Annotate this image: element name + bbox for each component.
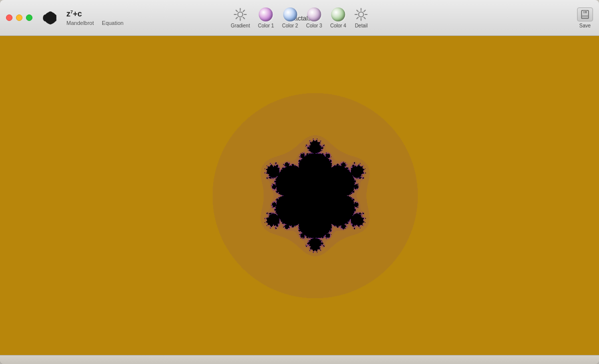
detail-gear-icon xyxy=(354,7,368,21)
main-window: z7+c Mandelbrot Equation Fractals xyxy=(0,0,599,364)
detail-label: Detail xyxy=(355,23,368,28)
detail-button[interactable]: Detail xyxy=(351,5,371,30)
titlebar: z7+c Mandelbrot Equation Fractals xyxy=(0,0,599,36)
color4-ball xyxy=(331,7,345,21)
svg-point-4 xyxy=(53,14,56,17)
gradient-gear-icon xyxy=(233,7,247,21)
save-icon xyxy=(580,9,590,19)
save-button[interactable]: Save xyxy=(577,7,593,28)
equation-label[interactable]: Equation xyxy=(102,20,123,26)
color1-ball xyxy=(259,7,273,21)
toolbar-center: Gradient Color 1 Color 2 Color 3 Color 4 xyxy=(228,5,371,30)
svg-rect-27 xyxy=(586,11,587,13)
svg-line-21 xyxy=(364,17,365,18)
toolbar-left: z7+c Mandelbrot Equation xyxy=(42,9,123,27)
color2-ball xyxy=(283,7,297,21)
svg-point-5 xyxy=(53,18,56,21)
svg-line-22 xyxy=(364,10,365,11)
mandelbrot-icon xyxy=(42,9,60,27)
svg-point-6 xyxy=(238,12,243,17)
color4-label: Color 4 xyxy=(330,23,346,28)
svg-line-14 xyxy=(236,17,238,18)
svg-point-3 xyxy=(48,19,53,24)
color3-label: Color 3 xyxy=(306,23,322,28)
color4-button[interactable]: Color 4 xyxy=(327,5,349,30)
traffic-lights xyxy=(6,14,32,21)
maximize-button[interactable] xyxy=(26,14,32,21)
svg-point-15 xyxy=(359,12,364,17)
close-button[interactable] xyxy=(6,14,12,21)
svg-line-20 xyxy=(357,10,358,11)
svg-line-11 xyxy=(236,10,238,11)
mandelbrot-label[interactable]: Mandelbrot xyxy=(66,20,94,26)
color1-label: Color 1 xyxy=(258,23,274,28)
color1-button[interactable]: Color 1 xyxy=(255,5,277,30)
toolbar-text: z7+c Mandelbrot Equation xyxy=(66,9,123,25)
minimize-button[interactable] xyxy=(16,14,22,21)
svg-line-13 xyxy=(243,10,245,11)
svg-line-12 xyxy=(243,17,245,18)
svg-point-2 xyxy=(48,11,53,16)
color3-button[interactable]: Color 3 xyxy=(303,5,325,30)
statusbar xyxy=(0,355,599,364)
svg-line-23 xyxy=(357,17,358,18)
save-icon-box xyxy=(577,7,593,21)
svg-point-1 xyxy=(43,14,48,21)
gradient-button[interactable]: Gradient xyxy=(228,5,253,30)
color2-label: Color 2 xyxy=(282,23,298,28)
fractal-canvas-area[interactable] xyxy=(0,36,599,355)
svg-rect-25 xyxy=(583,10,587,13)
gradient-label: Gradient xyxy=(231,23,250,28)
fractal-canvas[interactable] xyxy=(0,36,599,355)
save-label: Save xyxy=(580,23,591,28)
svg-rect-26 xyxy=(582,15,588,17)
equation-display: z7+c xyxy=(66,9,123,18)
color2-button[interactable]: Color 2 xyxy=(279,5,301,30)
color3-ball xyxy=(307,7,321,21)
